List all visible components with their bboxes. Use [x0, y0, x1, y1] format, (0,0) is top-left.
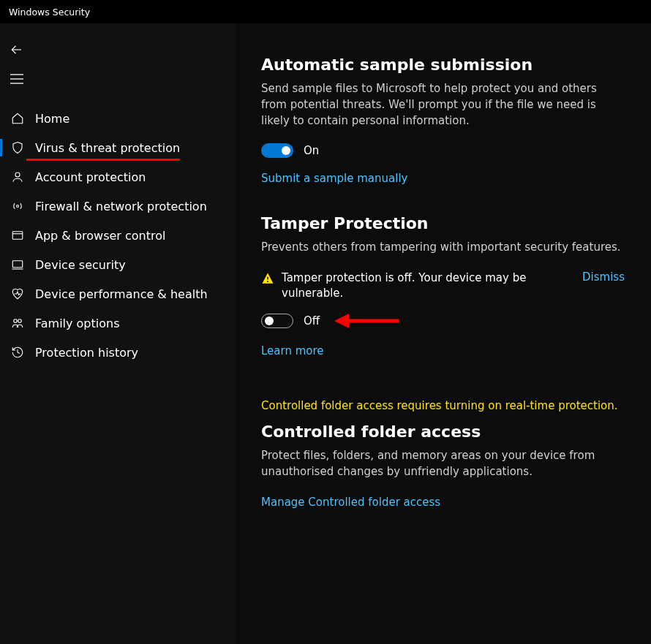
hamburger-icon: [10, 74, 23, 84]
svg-point-13: [267, 281, 268, 282]
sidebar-item-label: Virus & threat protection: [35, 141, 180, 155]
section-description: Send sample files to Microsoft to help p…: [261, 81, 625, 129]
history-icon: [9, 346, 26, 359]
window-title: Windows Security: [9, 7, 90, 18]
sidebar-item-family-options[interactable]: Family options: [0, 308, 235, 338]
auto-sample-toggle[interactable]: [261, 143, 293, 158]
cfa-notice: Controlled folder access requires turnin…: [261, 398, 625, 414]
svg-rect-6: [12, 232, 23, 240]
sidebar-item-label: Account protection: [35, 170, 146, 184]
sidebar-item-firewall[interactable]: Firewall & network protection: [0, 192, 235, 221]
menu-button[interactable]: [10, 64, 39, 94]
annotation-underline: [26, 159, 180, 161]
arrow-left-icon: [10, 43, 23, 56]
toggle-label: On: [304, 144, 319, 157]
section-description: Prevents others from tampering with impo…: [261, 240, 625, 256]
family-icon: [9, 317, 26, 330]
svg-point-11: [18, 319, 22, 323]
window-titlebar: Windows Security: [0, 0, 651, 23]
sidebar-item-label: Device performance & health: [35, 287, 208, 301]
sidebar-item-label: Firewall & network protection: [35, 200, 207, 213]
tamper-warning: Tamper protection is off. Your device ma…: [261, 270, 625, 301]
section-tamper-protection: Tamper Protection Prevents others from t…: [261, 214, 625, 357]
device-icon: [9, 258, 26, 271]
sidebar-item-account-protection[interactable]: Account protection: [0, 162, 235, 192]
sidebar-item-home[interactable]: Home: [0, 104, 235, 133]
sidebar-item-label: Home: [35, 112, 69, 126]
sidebar: Home Virus & threat protection Account p…: [0, 23, 235, 644]
sidebar-nav: Home Virus & threat protection Account p…: [0, 104, 235, 367]
submit-sample-link[interactable]: Submit a sample manually: [261, 172, 407, 185]
section-description: Protect files, folders, and memory areas…: [261, 448, 625, 480]
browser-icon: [9, 229, 26, 242]
svg-point-4: [15, 173, 20, 177]
svg-marker-15: [334, 314, 349, 328]
sidebar-item-label: Protection history: [35, 346, 138, 360]
section-title: Controlled folder access: [261, 423, 625, 441]
shield-icon: [9, 141, 26, 154]
sidebar-item-label: App & browser control: [35, 229, 165, 243]
tamper-learn-more-link[interactable]: Learn more: [261, 344, 324, 357]
dismiss-link[interactable]: Dismiss: [582, 270, 625, 284]
account-icon: [9, 170, 26, 183]
sidebar-item-label: Family options: [35, 317, 120, 330]
manage-cfa-link[interactable]: Manage Controlled folder access: [261, 496, 440, 509]
svg-rect-8: [12, 261, 23, 268]
section-title: Tamper Protection: [261, 214, 625, 232]
annotation-arrow: [334, 311, 400, 330]
sidebar-item-device-performance[interactable]: Device performance & health: [0, 279, 235, 308]
tamper-protection-toggle[interactable]: [261, 314, 293, 328]
sidebar-item-app-browser[interactable]: App & browser control: [0, 221, 235, 250]
sidebar-item-protection-history[interactable]: Protection history: [0, 338, 235, 367]
back-button[interactable]: [10, 35, 39, 64]
heart-icon: [9, 287, 26, 300]
section-title: Automatic sample submission: [261, 56, 625, 74]
sidebar-item-virus-threat[interactable]: Virus & threat protection: [0, 133, 235, 162]
main-content: Automatic sample submission Send sample …: [235, 23, 651, 644]
warning-triangle-icon: [261, 272, 274, 285]
home-icon: [9, 112, 26, 125]
section-automatic-sample-submission: Automatic sample submission Send sample …: [261, 56, 625, 185]
sidebar-item-label: Device security: [35, 258, 126, 272]
toggle-label: Off: [304, 314, 320, 327]
network-icon: [9, 200, 26, 213]
section-controlled-folder-access: Controlled folder access requires turnin…: [261, 398, 625, 509]
warning-text: Tamper protection is off. Your device ma…: [282, 270, 571, 301]
svg-point-10: [14, 319, 18, 323]
svg-point-5: [17, 205, 19, 208]
sidebar-item-device-security[interactable]: Device security: [0, 250, 235, 279]
